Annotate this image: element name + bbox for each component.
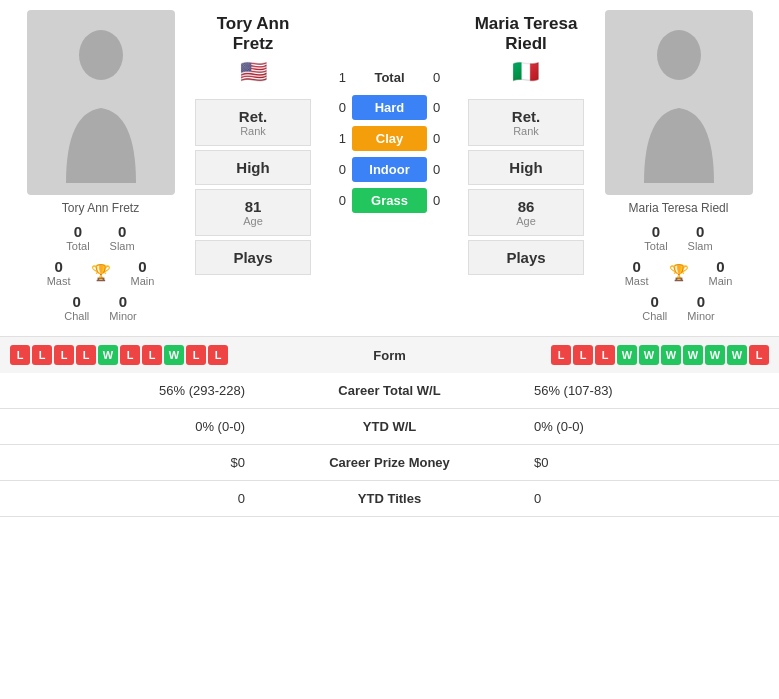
form-badge-left-l: L	[32, 345, 52, 365]
left-minor-value: 0	[119, 293, 127, 310]
main-container: Tory Ann Fretz 0 Total 0 Slam 0 Mast	[0, 0, 779, 517]
form-badge-right-w: W	[705, 345, 725, 365]
left-main-value: 0	[138, 258, 146, 275]
right-high-block: High	[468, 150, 584, 185]
left-player-avatar	[27, 10, 175, 195]
stats-table: 56% (293-228) Career Total W/L 56% (107-…	[0, 373, 779, 517]
stats-right-1: 0% (0-0)	[522, 409, 779, 445]
grass-btn: Grass	[352, 188, 427, 213]
left-grass-num: 0	[321, 193, 346, 208]
form-badge-left-w: W	[98, 345, 118, 365]
hard-btn: Hard	[352, 95, 427, 120]
left-plays-value: Plays	[200, 249, 306, 266]
left-mast-label: Mast	[47, 275, 71, 287]
right-age-block: 86 Age	[468, 189, 584, 236]
clay-btn: Clay	[352, 126, 427, 151]
right-chall-value: 0	[651, 293, 659, 310]
right-age-value: 86	[473, 198, 579, 215]
stats-row-1: 0% (0-0) YTD W/L 0% (0-0)	[0, 409, 779, 445]
stats-label-2: Career Prize Money	[257, 445, 522, 481]
left-total-label: Total	[66, 240, 89, 252]
stats-label-0: Career Total W/L	[257, 373, 522, 409]
form-badge-left-l: L	[54, 345, 74, 365]
total-row: 1 Total 0	[313, 70, 466, 85]
form-badge-right-w: W	[661, 345, 681, 365]
left-main-stat: 0 Main	[131, 258, 155, 287]
form-badge-left-l: L	[10, 345, 30, 365]
right-age-label: Age	[473, 215, 579, 227]
right-slam-value: 0	[696, 223, 704, 240]
form-badge-left-w: W	[164, 345, 184, 365]
form-badge-right-l: L	[595, 345, 615, 365]
left-high-block: High	[195, 150, 311, 185]
left-chall-label: Chall	[64, 310, 89, 322]
stats-left-1: 0% (0-0)	[0, 409, 257, 445]
left-indoor-num: 0	[321, 162, 346, 177]
hard-row: 0 Hard 0	[313, 95, 466, 120]
right-slam-label: Slam	[688, 240, 713, 252]
form-badge-right-l: L	[573, 345, 593, 365]
right-name-big: Maria Teresa Riedl	[475, 14, 578, 55]
right-hard-num: 0	[433, 100, 458, 115]
left-mast-stat: 0 Mast	[47, 258, 71, 287]
left-player-name-label: Tory Ann Fretz	[62, 201, 139, 215]
right-player-avatar	[605, 10, 753, 195]
right-minor-value: 0	[697, 293, 705, 310]
left-minor-label: Minor	[109, 310, 137, 322]
stats-right-2: $0	[522, 445, 779, 481]
right-plays-value: Plays	[473, 249, 579, 266]
svg-point-1	[657, 30, 701, 80]
right-chall-label: Chall	[642, 310, 667, 322]
left-mast-value: 0	[54, 258, 62, 275]
left-age-label: Age	[200, 215, 306, 227]
stats-left-2: $0	[0, 445, 257, 481]
right-high-value: High	[473, 159, 579, 176]
right-total-value: 0	[652, 223, 660, 240]
left-form-badges: LLLLWLLWLL	[10, 345, 340, 365]
form-badge-left-l: L	[120, 345, 140, 365]
svg-point-0	[79, 30, 123, 80]
left-high-value: High	[200, 159, 306, 176]
indoor-row: 0 Indoor 0	[313, 157, 466, 182]
form-badge-left-l: L	[208, 345, 228, 365]
right-indoor-num: 0	[433, 162, 458, 177]
right-main-stat: 0 Main	[709, 258, 733, 287]
right-player-card: Maria Teresa Riedl 0 Total 0 Slam 0 Mast	[586, 10, 771, 322]
left-name-big: Tory Ann Fretz	[217, 14, 290, 55]
left-rank-value: Ret.	[200, 108, 306, 125]
right-total-label: Total	[644, 240, 667, 252]
form-badge-left-l: L	[186, 345, 206, 365]
left-slam-label: Slam	[110, 240, 135, 252]
left-chall-stat: 0 Chall	[64, 293, 89, 322]
form-badge-right-w: W	[639, 345, 659, 365]
form-badge-right-l: L	[749, 345, 769, 365]
left-flag: 🇺🇸	[240, 59, 267, 85]
form-badge-left-l: L	[142, 345, 162, 365]
right-plays-block: Plays	[468, 240, 584, 275]
stats-label-3: YTD Titles	[257, 481, 522, 517]
stats-right-0: 56% (107-83)	[522, 373, 779, 409]
right-mast-stat: 0 Mast	[625, 258, 649, 287]
right-form-badges: LLLWWWWWWL	[440, 345, 770, 365]
right-main-value: 0	[716, 258, 724, 275]
left-clay-num: 1	[321, 131, 346, 146]
left-plays-block: Plays	[195, 240, 311, 275]
right-total-num: 0	[433, 70, 458, 85]
left-total-stat: 0 Total	[66, 223, 89, 252]
stats-row-3: 0 YTD Titles 0	[0, 481, 779, 517]
stats-left-3: 0	[0, 481, 257, 517]
total-label: Total	[346, 70, 433, 85]
form-section: LLLLWLLWLL Form LLLWWWWWWL	[0, 336, 779, 373]
left-slam-stat: 0 Slam	[110, 223, 135, 252]
left-slam-value: 0	[118, 223, 126, 240]
right-mast-value: 0	[632, 258, 640, 275]
left-total-value: 0	[74, 223, 82, 240]
right-grass-num: 0	[433, 193, 458, 208]
left-minor-stat: 0 Minor	[109, 293, 137, 322]
right-middle-info: Maria Teresa Riedl 🇮🇹 Ret. Rank High 86 …	[466, 10, 586, 322]
left-age-value: 81	[200, 198, 306, 215]
form-badge-right-w: W	[617, 345, 637, 365]
stats-label-1: YTD W/L	[257, 409, 522, 445]
center-surface-panel: 1 Total 0 0 Hard 0 1 Clay 0 0 Indoor 0	[313, 10, 466, 322]
left-age-block: 81 Age	[195, 189, 311, 236]
